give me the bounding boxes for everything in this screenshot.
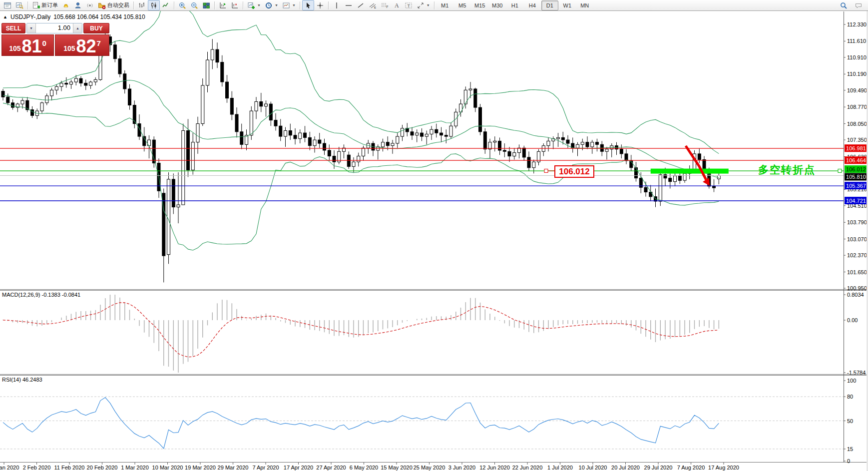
sell-price-tile[interactable]: 105 81 0 (1, 34, 54, 56)
pivot-zone-bar[interactable] (651, 169, 729, 174)
sell-price-sup: 0 (42, 39, 46, 47)
new-order-button[interactable]: 新订单 (30, 0, 60, 10)
toolbar-separator (328, 1, 329, 9)
zoom-out-button[interactable] (188, 0, 200, 10)
candlestick-chart-button[interactable] (148, 0, 160, 10)
volume-decrease-button[interactable]: ▼ (27, 23, 36, 33)
svg-text:27 Apr 2020: 27 Apr 2020 (316, 465, 346, 471)
chart-canvas[interactable]: 112.330111.610110.910110.190109.490108.7… (0, 11, 868, 471)
new-chart-button[interactable]: ▼ (245, 0, 263, 10)
text-label-button[interactable]: T (403, 0, 415, 10)
bar-chart-button[interactable] (136, 0, 148, 10)
svg-text:100: 100 (847, 378, 856, 384)
timeframe-button-M30[interactable]: M30 (489, 0, 506, 10)
bar-chart-icon (138, 1, 146, 9)
svg-text:107.350: 107.350 (847, 137, 867, 143)
cursor-icon (304, 1, 312, 9)
svg-text:106.012: 106.012 (846, 166, 866, 172)
svg-text:108.050: 108.050 (847, 121, 867, 127)
collapse-triangle-icon[interactable]: ▲ (3, 14, 7, 19)
svg-text:F: F (386, 5, 388, 8)
cursor-button[interactable] (302, 0, 314, 10)
timeframe-button-MN[interactable]: MN (576, 0, 593, 10)
svg-text:6 May 2020: 6 May 2020 (350, 465, 378, 471)
chart-shift-button[interactable] (229, 0, 241, 10)
toolbar-separator (27, 1, 28, 9)
signals-button[interactable] (84, 0, 96, 10)
svg-text:12 Jun 2020: 12 Jun 2020 (479, 465, 510, 471)
auto-trading-button[interactable]: 自动交易 (96, 0, 131, 10)
timeframe-button-D1[interactable]: D1 (541, 0, 558, 10)
line-handle[interactable] (838, 169, 842, 173)
svg-text:29 Mar 2020: 29 Mar 2020 (218, 465, 249, 471)
ohlc-values: 105.668 106.064 105.434 105.810 (53, 13, 145, 20)
community-button[interactable] (72, 0, 84, 10)
templates-button[interactable]: ▼ (280, 0, 298, 10)
text-label-icon: T (405, 1, 413, 9)
community-icon (74, 1, 82, 9)
crosshair-button[interactable] (314, 0, 326, 10)
chat-icon (855, 1, 863, 9)
chart-shift-icon (231, 1, 239, 9)
vertical-line-icon (333, 1, 341, 9)
data-window-icon (15, 1, 23, 9)
timeframe-button-W1[interactable]: W1 (559, 0, 576, 10)
gold-market-icon (62, 1, 70, 9)
trendline-button[interactable] (355, 0, 367, 10)
timeframe-button-M5[interactable]: M5 (454, 0, 471, 10)
buy-button[interactable]: BUY (83, 23, 109, 33)
volume-increase-button[interactable]: ▲ (73, 23, 82, 33)
svg-text:20 Feb 2020: 20 Feb 2020 (87, 465, 118, 471)
pivot-price-label[interactable]: 106.012 (554, 165, 594, 178)
vertical-line-button[interactable] (331, 0, 343, 10)
line-chart-button[interactable] (160, 0, 172, 10)
zoom-in-button[interactable] (176, 0, 188, 10)
timeframe-button-H1[interactable]: H1 (506, 0, 523, 10)
text-button[interactable]: A (391, 0, 403, 10)
svg-text:105.810: 105.810 (846, 174, 866, 180)
fibonacci-button[interactable]: F (379, 0, 391, 10)
buy-price-tile[interactable]: 105 82 7 (55, 34, 109, 56)
svg-text:20 Jul 2020: 20 Jul 2020 (611, 465, 640, 471)
chart-window-button[interactable] (1, 0, 13, 10)
volume-stepper: ▼ 1.00 ▲ (26, 23, 82, 33)
svg-text:102.370: 102.370 (847, 252, 867, 258)
svg-text:23 Jan 2020: 23 Jan 2020 (0, 465, 19, 471)
data-window-button[interactable] (13, 0, 25, 10)
search-button[interactable] (838, 0, 850, 10)
pivot-annotation-text[interactable]: 多空转折点 (758, 163, 816, 177)
label-handle[interactable] (544, 169, 548, 173)
buy-price-big: 82 (76, 39, 96, 54)
candlestick-icon (150, 1, 158, 9)
tile-windows-button[interactable] (200, 0, 212, 10)
svg-text:A: A (395, 2, 399, 9)
svg-text:-1.5784: -1.5784 (847, 370, 866, 376)
svg-text:112.330: 112.330 (847, 21, 867, 27)
chat-button[interactable] (853, 0, 865, 10)
buy-price-sup: 7 (97, 39, 101, 47)
svg-text:19 Mar 2020: 19 Mar 2020 (185, 465, 216, 471)
channel-icon: E (369, 1, 377, 9)
horizontal-line-button[interactable] (343, 0, 355, 10)
timeframe-button-M1[interactable]: M1 (436, 0, 453, 10)
periods-button[interactable]: ▼ (263, 0, 280, 10)
market-button[interactable] (60, 0, 72, 10)
svg-text:0.00: 0.00 (847, 317, 858, 323)
svg-text:7 Apr 2020: 7 Apr 2020 (252, 465, 279, 471)
volume-input[interactable]: 1.00 (36, 23, 73, 33)
svg-text:10 Jul 2020: 10 Jul 2020 (579, 465, 607, 471)
sell-button[interactable]: SELL (1, 23, 25, 33)
search-icon (840, 1, 848, 9)
auto-scroll-button[interactable] (217, 0, 229, 10)
timeframe-button-M15[interactable]: M15 (471, 0, 488, 10)
sell-price-prefix: 105 (9, 44, 20, 52)
line-chart-icon (162, 1, 170, 9)
svg-text:T: T (407, 3, 410, 8)
symbol-period-label: USDJPY-,Daily (10, 13, 50, 20)
sell-price-big: 81 (21, 39, 41, 54)
svg-text:106.981: 106.981 (846, 145, 866, 151)
timeframe-button-H4[interactable]: H4 (524, 0, 541, 10)
shapes-button[interactable]: ▼ (415, 0, 432, 10)
svg-text:110.910: 110.910 (847, 54, 867, 60)
channel-button[interactable]: E (367, 0, 379, 10)
